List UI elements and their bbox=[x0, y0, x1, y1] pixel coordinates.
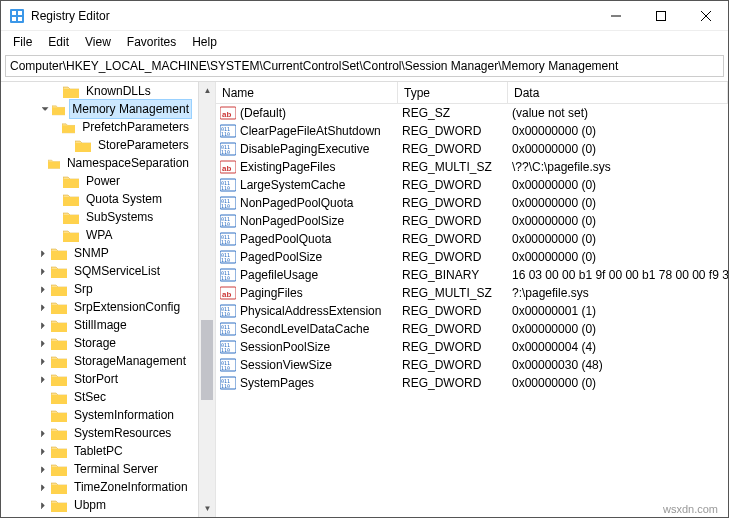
tree-expand-icon[interactable]: ⏵ bbox=[37, 442, 49, 460]
binary-value-icon bbox=[220, 303, 236, 319]
binary-value-icon bbox=[220, 321, 236, 337]
tree-item[interactable]: ⏷Memory Management bbox=[1, 100, 198, 118]
tree-expand-icon[interactable]: ⏵ bbox=[37, 244, 49, 262]
tree-expand-icon[interactable]: ⏵ bbox=[37, 460, 49, 478]
tree-item[interactable]: PrefetchParameters bbox=[1, 118, 198, 136]
value-data: 0x00000000 (0) bbox=[512, 124, 728, 138]
address-bar[interactable]: Computer\HKEY_LOCAL_MACHINE\SYSTEM\Curre… bbox=[5, 55, 724, 77]
tree-item[interactable]: KnownDLLs bbox=[1, 82, 198, 100]
tree-item[interactable]: ⏵Srp bbox=[1, 280, 198, 298]
value-type: REG_DWORD bbox=[402, 142, 512, 156]
tree-expand-icon[interactable]: ⏵ bbox=[37, 298, 49, 316]
list-row[interactable]: SystemPagesREG_DWORD0x00000000 (0) bbox=[216, 374, 728, 392]
list-row[interactable]: ExistingPageFilesREG_MULTI_SZ\??\C:\page… bbox=[216, 158, 728, 176]
menu-edit[interactable]: Edit bbox=[40, 33, 77, 51]
tree-pane[interactable]: KnownDLLs⏷Memory ManagementPrefetchParam… bbox=[1, 82, 198, 517]
tree-item[interactable]: ⏵SrpExtensionConfig bbox=[1, 298, 198, 316]
folder-icon bbox=[63, 85, 79, 98]
list-row[interactable]: NonPagedPoolQuotaREG_DWORD0x00000000 (0) bbox=[216, 194, 728, 212]
tree-item[interactable]: WPA bbox=[1, 226, 198, 244]
binary-value-icon bbox=[220, 339, 236, 355]
tree-item[interactable]: ⏵SystemResources bbox=[1, 424, 198, 442]
folder-icon bbox=[51, 247, 67, 260]
column-header-name[interactable]: Name bbox=[216, 82, 398, 103]
list-row[interactable]: PhysicalAddressExtensionREG_DWORD0x00000… bbox=[216, 302, 728, 320]
value-data: 0x00000000 (0) bbox=[512, 214, 728, 228]
scroll-up-icon[interactable]: ▲ bbox=[199, 82, 216, 99]
menu-view[interactable]: View bbox=[77, 33, 119, 51]
scroll-down-icon[interactable]: ▼ bbox=[199, 500, 216, 517]
tree-item[interactable]: ⏵StorPort bbox=[1, 370, 198, 388]
scroll-thumb[interactable] bbox=[201, 320, 213, 400]
svg-rect-1 bbox=[12, 11, 16, 15]
tree-item[interactable]: NamespaceSeparation bbox=[1, 154, 198, 172]
tree-expand-icon[interactable]: ⏵ bbox=[37, 352, 49, 370]
tree-item[interactable]: SubSystems bbox=[1, 208, 198, 226]
tree-expand-icon[interactable]: ⏵ bbox=[37, 316, 49, 334]
tree-item-label: StSec bbox=[71, 388, 109, 406]
list-row[interactable]: ClearPageFileAtShutdownREG_DWORD0x000000… bbox=[216, 122, 728, 140]
column-header-data[interactable]: Data bbox=[508, 82, 728, 103]
maximize-button[interactable] bbox=[638, 1, 683, 31]
menu-bar: File Edit View Favorites Help bbox=[1, 31, 728, 53]
list-row[interactable]: LargeSystemCacheREG_DWORD0x00000000 (0) bbox=[216, 176, 728, 194]
string-value-icon bbox=[220, 105, 236, 121]
folder-icon bbox=[51, 283, 67, 296]
tree-collapse-icon[interactable]: ⏷ bbox=[40, 100, 50, 118]
list-row[interactable]: NonPagedPoolSizeREG_DWORD0x00000000 (0) bbox=[216, 212, 728, 230]
value-name: LargeSystemCache bbox=[240, 178, 402, 192]
value-type: REG_DWORD bbox=[402, 124, 512, 138]
menu-file[interactable]: File bbox=[5, 33, 40, 51]
tree-expand-icon[interactable]: ⏵ bbox=[37, 262, 49, 280]
value-type: REG_DWORD bbox=[402, 340, 512, 354]
list-row[interactable]: PagingFilesREG_MULTI_SZ?:\pagefile.sys bbox=[216, 284, 728, 302]
menu-favorites[interactable]: Favorites bbox=[119, 33, 184, 51]
tree-item-label: WPA bbox=[83, 226, 115, 244]
value-data: 0x00000000 (0) bbox=[512, 196, 728, 210]
column-header-type[interactable]: Type bbox=[398, 82, 508, 103]
tree-item[interactable]: ⏵Ubpm bbox=[1, 496, 198, 514]
tree-item-label: TimeZoneInformation bbox=[71, 478, 191, 496]
tree-item[interactable]: Power bbox=[1, 172, 198, 190]
tree-item[interactable]: ⏵StillImage bbox=[1, 316, 198, 334]
scroll-track[interactable] bbox=[199, 99, 215, 500]
tree-expand-icon[interactable]: ⏵ bbox=[37, 370, 49, 388]
tree-expand-icon[interactable]: ⏵ bbox=[37, 334, 49, 352]
close-button[interactable] bbox=[683, 1, 728, 31]
tree-item[interactable]: ⏵Storage bbox=[1, 334, 198, 352]
tree-expand-icon[interactable]: ⏵ bbox=[37, 424, 49, 442]
tree-expand-icon[interactable]: ⏵ bbox=[37, 478, 49, 496]
list-row[interactable]: SessionPoolSizeREG_DWORD0x00000004 (4) bbox=[216, 338, 728, 356]
value-name: SessionPoolSize bbox=[240, 340, 402, 354]
menu-help[interactable]: Help bbox=[184, 33, 225, 51]
list-row[interactable]: SecondLevelDataCacheREG_DWORD0x00000000 … bbox=[216, 320, 728, 338]
tree-item[interactable]: ⏵SNMP bbox=[1, 244, 198, 262]
value-type: REG_MULTI_SZ bbox=[402, 160, 512, 174]
tree-item[interactable]: ⏵TimeZoneInformation bbox=[1, 478, 198, 496]
tree-item[interactable]: ⏵TabletPC bbox=[1, 442, 198, 460]
list-row[interactable]: PagedPoolQuotaREG_DWORD0x00000000 (0) bbox=[216, 230, 728, 248]
folder-icon bbox=[63, 193, 79, 206]
tree-expand-icon[interactable]: ⏵ bbox=[37, 496, 49, 514]
list-row[interactable]: (Default)REG_SZ(value not set) bbox=[216, 104, 728, 122]
tree-item[interactable]: Quota System bbox=[1, 190, 198, 208]
tree-item[interactable]: StSec bbox=[1, 388, 198, 406]
list-row[interactable]: PagefileUsageREG_BINARY16 03 00 00 b1 9f… bbox=[216, 266, 728, 284]
tree-item[interactable]: SystemInformation bbox=[1, 406, 198, 424]
value-name: NonPagedPoolQuota bbox=[240, 196, 402, 210]
list-row[interactable]: PagedPoolSizeREG_DWORD0x00000000 (0) bbox=[216, 248, 728, 266]
tree-item-label: NamespaceSeparation bbox=[64, 154, 192, 172]
folder-icon bbox=[51, 319, 67, 332]
minimize-button[interactable] bbox=[593, 1, 638, 31]
list-row[interactable]: SessionViewSizeREG_DWORD0x00000030 (48) bbox=[216, 356, 728, 374]
tree-item-label: SystemInformation bbox=[71, 406, 177, 424]
tree-item[interactable]: ⏵Terminal Server bbox=[1, 460, 198, 478]
tree-expand-icon[interactable]: ⏵ bbox=[37, 280, 49, 298]
tree-item[interactable]: ⏵SQMServiceList bbox=[1, 262, 198, 280]
list-pane[interactable]: Name Type Data (Default)REG_SZ(value not… bbox=[216, 82, 728, 517]
tree-item[interactable]: ⏵StorageManagement bbox=[1, 352, 198, 370]
list-row[interactable]: DisablePagingExecutiveREG_DWORD0x0000000… bbox=[216, 140, 728, 158]
tree-item[interactable]: StoreParameters bbox=[1, 136, 198, 154]
tree-scrollbar[interactable]: ▲ ▼ bbox=[198, 82, 215, 517]
folder-icon bbox=[51, 499, 67, 512]
